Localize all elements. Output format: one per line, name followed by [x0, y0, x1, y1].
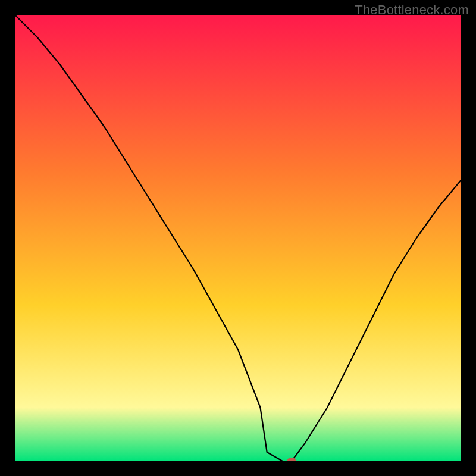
watermark-text: TheBottleneck.com — [355, 2, 469, 18]
chart-frame: TheBottleneck.com — [0, 0, 476, 476]
bottleneck-chart — [15, 15, 461, 461]
gradient-background — [15, 15, 461, 461]
